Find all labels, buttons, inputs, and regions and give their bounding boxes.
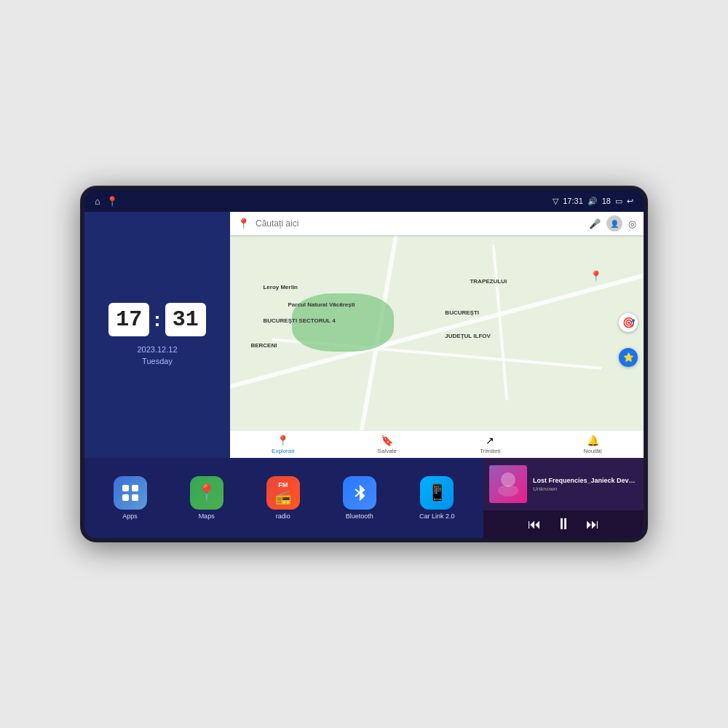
bluetooth-label: Bluetooth <box>346 513 373 520</box>
music-top: Lost Frequencies_Janieck Devy-... Unknow… <box>483 458 644 510</box>
map-label-ilfov: JUDEȚUL ILFOV <box>445 333 491 339</box>
clock-date: 2023.12.12 Tuesday <box>137 344 177 368</box>
status-left-icons: ⌂ 📍 <box>95 196 118 207</box>
clock-hour: 17 <box>108 303 149 336</box>
music-controls: ⏮ ⏸ ⏭ <box>483 510 644 538</box>
radio-icon: FM 📻 <box>266 476 300 510</box>
radio-label: radio <box>276 513 290 520</box>
apps-label: Apps <box>122 513 138 520</box>
map-nav-explorati-icon: 📍 <box>277 435 289 446</box>
main-content: 17 : 31 2023.12.12 Tuesday 📍 🎤 <box>84 212 644 538</box>
svg-rect-0 <box>122 485 129 491</box>
bluetooth-icon <box>343 476 376 510</box>
map-nav-noutati[interactable]: 🔔 Noutăți <box>584 435 602 454</box>
map-nav-salvate[interactable]: 🔖 Salvate <box>377 435 397 454</box>
map-label-leroy: Leroy Merlin <box>263 284 298 290</box>
app-item-apps[interactable]: Apps <box>114 476 147 520</box>
music-player: Lost Frequencies_Janieck Devy-... Unknow… <box>483 458 644 538</box>
map-label-berceni: BERCENI <box>250 342 277 349</box>
home-icon[interactable]: ⌂ <box>95 196 100 207</box>
music-artwork <box>489 465 527 503</box>
map-mic-icon[interactable]: 🎤 <box>589 218 601 229</box>
map-compass-button[interactable]: ⭐ <box>619 348 638 367</box>
svg-rect-3 <box>132 494 138 501</box>
map-body: BUCUREȘTI JUDEȚUL ILFOV TRAPEZULUI Parcu… <box>230 235 644 430</box>
map-layers-icon[interactable]: ◎ <box>628 218 636 229</box>
map-nav-trimiteti[interactable]: ↗ Trimiteți <box>480 435 500 454</box>
map-nav-noutati-label: Noutăți <box>584 448 602 454</box>
map-nav-trimiteti-label: Trimiteți <box>480 448 500 454</box>
map-label-bucuresti: BUCUREȘTI <box>445 309 479 316</box>
status-right-info: ▽ 17:31 🔊 18 ▭ ↩ <box>553 197 633 206</box>
signal-icon: ▽ <box>553 197 558 206</box>
map-location-button[interactable]: 🎯 <box>619 313 638 332</box>
music-next-button[interactable]: ⏭ <box>586 517 599 532</box>
battery-icon: ▭ <box>615 197 622 206</box>
map-widget: 📍 🎤 👤 ◎ <box>230 212 644 458</box>
app-item-carlink[interactable]: 📱 Car Link 2.0 <box>419 476 455 520</box>
status-time: 17:31 <box>563 197 583 205</box>
map-nav-explorati[interactable]: 📍 Explorați <box>272 435 294 454</box>
status-bar: ⌂ 📍 ▽ 17:31 🔊 18 ▭ ↩ <box>84 190 644 212</box>
bottom-section: Apps 📍 Maps FM 📻 radio <box>84 458 644 538</box>
map-pin-icon: 📍 <box>237 218 250 229</box>
svg-line-4 <box>355 489 360 493</box>
svg-line-5 <box>355 493 360 496</box>
carlink-label: Car Link 2.0 <box>419 513 455 520</box>
apps-icon <box>114 476 147 510</box>
map-nav-trimiteti-icon: ↗ <box>486 435 494 446</box>
device-body: ⌂ 📍 ▽ 17:31 🔊 18 ▭ ↩ 17 : <box>80 186 648 542</box>
clock-minute: 31 <box>165 303 206 336</box>
svg-rect-2 <box>122 494 129 501</box>
map-nav-explorati-label: Explorați <box>272 448 294 454</box>
clock-widget: 17 : 31 2023.12.12 Tuesday <box>84 212 230 458</box>
top-section: 17 : 31 2023.12.12 Tuesday 📍 🎤 <box>84 212 644 458</box>
clock-display: 17 : 31 <box>108 303 205 336</box>
map-pin-marker: 📍 <box>590 270 602 282</box>
volume-icon: 🔊 <box>587 197 598 206</box>
music-play-button[interactable]: ⏸ <box>555 515 571 534</box>
maps-shortcut-icon[interactable]: 📍 <box>106 196 118 207</box>
music-info: Lost Frequencies_Janieck Devy-... Unknow… <box>533 477 638 492</box>
map-label-sectorul4: BUCUREȘTI SECTORUL 4 <box>263 317 335 324</box>
map-nav-noutati-icon: 🔔 <box>587 435 599 446</box>
app-item-maps[interactable]: 📍 Maps <box>190 476 223 520</box>
map-background: BUCUREȘTI JUDEȚUL ILFOV TRAPEZULUI Parcu… <box>230 235 644 430</box>
device-screen: ⌂ 📍 ▽ 17:31 🔊 18 ▭ ↩ 17 : <box>84 190 644 538</box>
svg-rect-1 <box>132 485 138 491</box>
app-item-bluetooth[interactable]: Bluetooth <box>343 476 376 520</box>
svg-point-8 <box>498 485 518 496</box>
carlink-icon: 📱 <box>420 476 454 510</box>
music-artist: Unknown <box>533 486 638 492</box>
map-nav-salvate-label: Salvate <box>377 448 397 454</box>
maps-icon: 📍 <box>190 476 223 510</box>
apps-dock: Apps 📍 Maps FM 📻 radio <box>84 458 483 538</box>
map-label-parc: Parcul Natural Văcărești <box>288 301 355 308</box>
clock-colon: : <box>154 308 160 331</box>
map-search-input[interactable] <box>256 218 583 229</box>
back-icon[interactable]: ↩ <box>627 197 633 206</box>
map-label-trapezului: TRAPEZULUI <box>470 278 507 285</box>
map-bottom-bar: 📍 Explorați 🔖 Salvate ↗ Trimiteți 🔔 <box>230 430 644 458</box>
battery-level: 18 <box>602 197 611 205</box>
maps-label: Maps <box>199 513 215 520</box>
map-road-4 <box>492 245 509 401</box>
map-search-bar: 📍 🎤 👤 ◎ <box>230 212 644 235</box>
map-nav-salvate-icon: 🔖 <box>381 435 393 446</box>
map-user-avatar[interactable]: 👤 <box>606 215 622 232</box>
app-item-radio[interactable]: FM 📻 radio <box>266 476 300 520</box>
music-prev-button[interactable]: ⏮ <box>528 517 541 532</box>
music-title: Lost Frequencies_Janieck Devy-... <box>533 477 638 484</box>
